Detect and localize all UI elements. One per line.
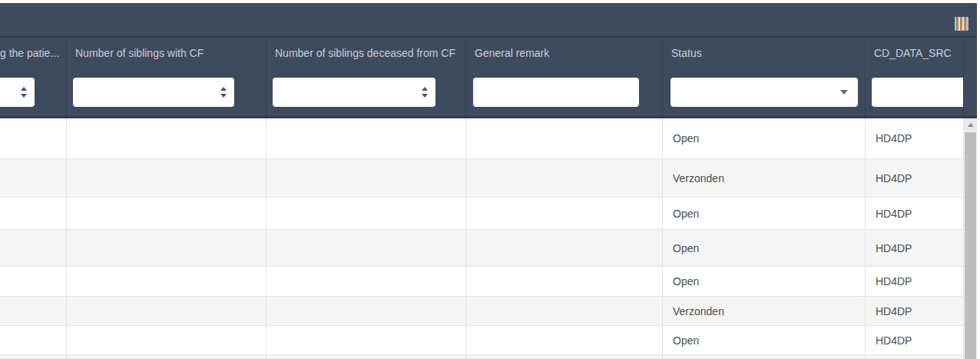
spinner-up-icon[interactable]: [422, 87, 428, 91]
cd-data-src-filter: [872, 78, 964, 107]
filter-spacer: [964, 68, 977, 116]
table-row-partial: [0, 355, 964, 359]
grid-body: Open HD4DP Verzonden HD4DP Open HD4DP: [0, 118, 964, 359]
table-row[interactable]: Open HD4DP: [0, 267, 964, 297]
table-row[interactable]: Open HD4DP: [0, 118, 964, 159]
cell-status: Verzonden: [663, 159, 866, 197]
vertical-scrollbar[interactable]: [964, 118, 977, 359]
cell-siblings-deceased: [267, 355, 466, 359]
table-row[interactable]: Verzonden HD4DP: [0, 159, 964, 198]
siblings-deceased-filter-input[interactable]: [273, 78, 435, 107]
cell-status: Verzonden: [663, 297, 866, 325]
cell-general-remark: [466, 230, 663, 266]
column-title: g the patie...: [0, 47, 59, 59]
cell-cd-data-src: HD4DP: [866, 230, 964, 266]
grid-header-row: g the patie... Number of siblings with C…: [0, 38, 977, 68]
cell-cd-data-src: HD4DP: [866, 326, 964, 354]
table-row[interactable]: Open HD4DP: [0, 326, 964, 355]
spinner-down-icon[interactable]: [220, 94, 227, 98]
cell-siblings-cf: [67, 159, 267, 197]
spinner-down-icon[interactable]: [422, 94, 428, 98]
table-row[interactable]: Open HD4DP: [0, 198, 964, 230]
cell-cd-data-src: HD4DP: [866, 159, 964, 197]
column-chooser-icon[interactable]: [955, 17, 968, 31]
column-header-siblings-with-cf[interactable]: Number of siblings with CF: [67, 38, 267, 68]
siblings-cf-filter-input[interactable]: [73, 78, 234, 107]
column-header-status[interactable]: Status: [663, 38, 866, 68]
scrollbar-thumb[interactable]: [965, 132, 976, 359]
spinner-icons: [422, 87, 428, 98]
page: g the patie... Number of siblings with C…: [0, 0, 980, 359]
filter-cell-patient: [0, 68, 67, 116]
column-title: Status: [671, 47, 702, 59]
spinner-up-icon[interactable]: [21, 87, 27, 91]
cell-siblings-cf: [67, 230, 267, 266]
cell-general-remark: [466, 297, 663, 325]
column-title: Number of siblings with CF: [75, 47, 204, 59]
scroll-up-button[interactable]: [964, 118, 977, 131]
spinner-down-icon[interactable]: [21, 94, 27, 98]
column-title: General remark: [475, 47, 549, 59]
cell-siblings-cf: [67, 118, 267, 158]
cell-general-remark: [466, 267, 663, 296]
cell-status: [663, 355, 866, 359]
column-title: Number of siblings deceased from CF: [275, 47, 455, 59]
scroll-up-icon: [968, 123, 974, 127]
header-spacer: [964, 38, 977, 68]
filter-cell-status: [663, 68, 866, 116]
cell-status: Open: [663, 326, 866, 354]
column-header-patient[interactable]: g the patie...: [0, 38, 67, 68]
column-header-cd-data-src[interactable]: CD_DATA_SRC: [866, 38, 964, 68]
cell-status: Open: [663, 230, 866, 266]
patient-filter-numeric: [0, 78, 35, 107]
cell-siblings-deceased: [267, 198, 466, 229]
chevron-down-icon: [840, 90, 848, 95]
filter-cell-cd-data-src: [866, 68, 964, 116]
cell-patient: [0, 230, 67, 266]
cell-general-remark: [466, 118, 663, 158]
cell-siblings-cf: [67, 355, 267, 359]
cell-patient: [0, 267, 67, 296]
spinner-up-icon[interactable]: [220, 87, 227, 91]
cell-cd-data-src: [866, 355, 964, 359]
general-remark-filter-input[interactable]: [473, 78, 639, 107]
cell-status: Open: [663, 267, 866, 296]
spinner-icons: [220, 87, 227, 98]
cell-siblings-cf: [67, 297, 267, 325]
grid-filter-row: [0, 68, 977, 118]
data-grid: g the patie... Number of siblings with C…: [0, 3, 977, 359]
cell-patient: [0, 297, 67, 325]
patient-filter-input[interactable]: [0, 78, 35, 107]
table-row[interactable]: Open HD4DP: [0, 230, 964, 267]
cell-patient: [0, 326, 67, 354]
cell-siblings-cf: [67, 198, 267, 229]
cell-general-remark: [466, 198, 663, 229]
cell-status: Open: [663, 198, 866, 229]
cell-status: Open: [663, 118, 866, 158]
cell-siblings-deceased: [267, 230, 466, 266]
table-row[interactable]: Verzonden HD4DP: [0, 297, 964, 326]
cell-cd-data-src: HD4DP: [866, 267, 964, 296]
cell-general-remark: [466, 159, 663, 197]
status-filter-dropdown[interactable]: [670, 78, 858, 107]
column-header-general-remark[interactable]: General remark: [466, 38, 663, 68]
cell-cd-data-src: HD4DP: [866, 198, 964, 229]
cd-data-src-filter-input[interactable]: [872, 78, 964, 107]
cell-cd-data-src: HD4DP: [866, 118, 964, 158]
cell-patient: [0, 118, 67, 158]
filter-cell-siblings-with-cf: [67, 68, 267, 116]
cell-cd-data-src: HD4DP: [866, 297, 964, 325]
general-remark-filter: [473, 78, 639, 107]
siblings-deceased-filter-numeric: [273, 78, 435, 107]
column-header-siblings-deceased[interactable]: Number of siblings deceased from CF: [267, 38, 466, 68]
spinner-icons: [21, 87, 27, 98]
cell-general-remark: [466, 326, 663, 354]
filter-cell-general-remark: [466, 68, 663, 116]
cell-siblings-deceased: [267, 159, 466, 197]
cell-patient: [0, 198, 67, 229]
filter-cell-siblings-deceased: [267, 68, 466, 116]
column-title: CD_DATA_SRC: [874, 47, 952, 59]
cell-patient: [0, 355, 67, 359]
cell-patient: [0, 159, 67, 197]
cell-siblings-deceased: [267, 267, 466, 296]
